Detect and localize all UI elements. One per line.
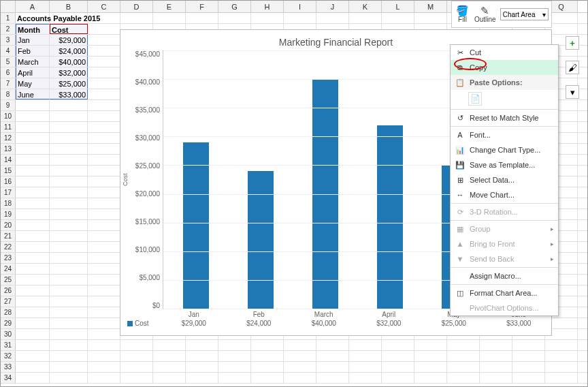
cell[interactable] — [16, 296, 50, 307]
col-e[interactable]: E — [153, 1, 186, 12]
cell[interactable] — [50, 264, 88, 274]
cell[interactable] — [88, 35, 120, 45]
cell[interactable] — [16, 264, 50, 274]
cell[interactable] — [50, 329, 88, 339]
row-header[interactable]: 33 — [1, 362, 16, 372]
cell[interactable] — [251, 340, 284, 350]
cell[interactable] — [349, 362, 382, 372]
cell[interactable] — [120, 362, 153, 372]
cell[interactable] — [16, 373, 50, 383]
col-k[interactable]: K — [349, 1, 382, 12]
col-m[interactable]: M — [414, 1, 447, 12]
cell[interactable]: $25,000 — [50, 78, 88, 89]
row-header[interactable]: 23 — [1, 253, 16, 263]
cell[interactable] — [480, 373, 512, 383]
cell[interactable] — [88, 24, 120, 34]
cell[interactable]: Month — [16, 24, 50, 34]
cell[interactable] — [349, 373, 382, 383]
cell[interactable] — [16, 253, 50, 263]
row-header[interactable]: 3 — [1, 35, 16, 45]
cell[interactable] — [88, 351, 120, 361]
cell[interactable] — [88, 296, 120, 307]
cell[interactable] — [447, 351, 480, 361]
chart-elements-button[interactable]: + — [566, 36, 579, 50]
cell[interactable] — [218, 373, 251, 383]
cell[interactable] — [88, 78, 120, 89]
col-b[interactable]: B — [50, 1, 88, 12]
row-header[interactable]: 24 — [1, 264, 16, 274]
cell[interactable] — [50, 209, 88, 219]
cell[interactable] — [50, 166, 88, 176]
row-header[interactable]: 30 — [1, 329, 16, 339]
cell[interactable] — [349, 13, 382, 23]
cell[interactable] — [88, 242, 120, 252]
cell[interactable] — [414, 373, 447, 383]
cell[interactable] — [218, 362, 251, 372]
col-c[interactable]: C — [88, 1, 120, 12]
cell[interactable] — [50, 187, 88, 198]
cell[interactable]: Feb — [16, 46, 50, 56]
cell[interactable] — [88, 340, 120, 350]
cell[interactable] — [284, 373, 316, 383]
cell[interactable] — [414, 351, 447, 361]
cell[interactable] — [50, 285, 88, 296]
cell[interactable] — [88, 100, 120, 110]
cell[interactable] — [88, 329, 120, 339]
cell[interactable] — [218, 13, 251, 23]
cell[interactable] — [50, 340, 88, 350]
cell[interactable] — [16, 176, 50, 187]
col-j[interactable]: J — [316, 1, 349, 12]
cell[interactable] — [16, 285, 50, 296]
cell[interactable] — [50, 318, 88, 328]
row-header[interactable]: 8 — [1, 89, 16, 99]
cell[interactable] — [16, 242, 50, 252]
cell[interactable] — [16, 133, 50, 143]
cell[interactable] — [50, 144, 88, 154]
cell[interactable] — [50, 253, 88, 263]
row-header[interactable]: 13 — [1, 144, 16, 154]
cell[interactable] — [284, 13, 316, 23]
cell[interactable] — [153, 340, 186, 350]
cell[interactable] — [218, 351, 251, 361]
row-header[interactable]: 27 — [1, 296, 16, 307]
row-header[interactable]: 17 — [1, 187, 16, 198]
row-header[interactable]: 14 — [1, 155, 16, 165]
cell[interactable] — [120, 373, 153, 383]
row-header[interactable]: 25 — [1, 275, 16, 285]
menu-reset-style[interactable]: ↺Reset to Match Style — [451, 110, 558, 125]
cell[interactable] — [16, 144, 50, 154]
outline-button[interactable]: ✎ Outline — [473, 5, 497, 23]
row-header[interactable]: 31 — [1, 340, 16, 350]
cell[interactable] — [50, 155, 88, 165]
cell[interactable] — [88, 144, 120, 154]
cell[interactable]: May — [16, 78, 50, 89]
cell[interactable] — [50, 220, 88, 230]
cell[interactable]: March — [16, 57, 50, 67]
cell[interactable] — [16, 307, 50, 318]
cell[interactable] — [88, 231, 120, 241]
cell[interactable] — [88, 253, 120, 263]
row-header[interactable]: 19 — [1, 209, 16, 219]
cell[interactable] — [50, 296, 88, 307]
cell[interactable] — [218, 340, 251, 350]
col-i[interactable]: I — [284, 1, 316, 12]
cell[interactable] — [186, 340, 218, 350]
cell[interactable] — [382, 13, 414, 23]
cell[interactable] — [88, 198, 120, 208]
cell[interactable] — [88, 89, 120, 99]
cell[interactable] — [88, 57, 120, 67]
chart-filters-button[interactable]: ▾ — [566, 85, 579, 99]
col-l[interactable]: L — [382, 1, 414, 12]
cell[interactable] — [16, 231, 50, 241]
cell[interactable] — [382, 351, 414, 361]
menu-format-chart-area[interactable]: ◫Format Chart Area... — [451, 285, 558, 300]
cell[interactable] — [186, 351, 218, 361]
cell[interactable] — [284, 351, 316, 361]
cell[interactable] — [16, 155, 50, 165]
cell[interactable] — [186, 362, 218, 372]
col-a[interactable]: A — [16, 1, 50, 12]
cell[interactable] — [88, 275, 120, 285]
cell[interactable] — [382, 362, 414, 372]
cell[interactable] — [512, 340, 545, 350]
cell[interactable] — [414, 362, 447, 372]
